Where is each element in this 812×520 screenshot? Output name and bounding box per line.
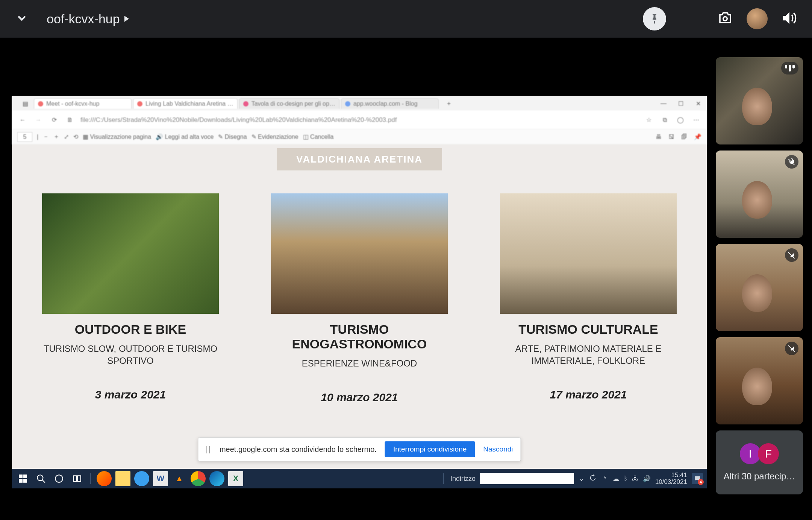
camera-swap-icon — [717, 10, 733, 26]
participant-strip: I F Altri 30 partecip… — [716, 57, 803, 494]
thunderbird-icon[interactable] — [134, 471, 149, 486]
browser-tab[interactable]: Living Lab Valdichiana Aretina … — [133, 98, 238, 109]
drag-handle-icon[interactable]: || — [206, 445, 211, 454]
close-button[interactable]: ✕ — [689, 96, 707, 111]
volume-icon — [781, 10, 797, 26]
participant-tile[interactable] — [716, 151, 803, 238]
vlc-icon[interactable]: ▲ — [172, 471, 187, 486]
menu-icon[interactable]: ⋯ — [691, 115, 701, 125]
file-explorer-icon[interactable] — [115, 471, 130, 486]
rotate-icon[interactable]: ⟲ — [73, 133, 78, 140]
stop-sharing-button[interactable]: Interrompi condivisione — [385, 441, 475, 457]
card-date: 17 marzo 2021 — [500, 388, 677, 401]
hide-banner-link[interactable]: Nascondi — [483, 445, 513, 453]
firefox-icon[interactable] — [97, 471, 112, 486]
participant-tile[interactable] — [716, 244, 803, 331]
time: 15:41 — [655, 472, 687, 479]
share-banner: || meet.google.com sta condividendo lo s… — [198, 437, 521, 461]
browser-tab[interactable]: app.wooclap.com - Blog — [341, 98, 439, 109]
card-image — [271, 193, 448, 314]
system-tray[interactable]: ☁ ᛒ 🖧 🔊 15:41 10/03/2021 4 — [613, 472, 703, 485]
address-go-icon[interactable] — [589, 474, 597, 484]
browser-tab[interactable]: Meet - oof-kcvx-hup — [34, 98, 132, 109]
browser-titlebar: ▤ Meet - oof-kcvx-hup Living Lab Valdich… — [12, 96, 707, 111]
favorites-icon[interactable]: ☆ — [644, 115, 654, 125]
presenter-avatar[interactable] — [747, 8, 768, 29]
pin-toolbar-icon[interactable]: 📌 — [694, 133, 701, 140]
expand-chevron[interactable] — [15, 11, 29, 26]
refresh-button[interactable]: ⟳ — [49, 115, 59, 125]
word-icon[interactable]: W — [153, 471, 168, 486]
excel-icon[interactable]: X — [228, 471, 243, 486]
pdf-page: VALDICHIANA ARETINA OUTDOOR E BIKE TURIS… — [12, 144, 707, 469]
profile-icon[interactable]: ◯ — [675, 115, 686, 125]
minimize-button[interactable]: ― — [655, 96, 672, 111]
zoom-out-icon[interactable]: － — [43, 133, 49, 141]
pdf-toolbar: 5 | － ＋ ⤢ ⟲ ▦ Visualizzazione pagina 🔊 L… — [12, 129, 707, 144]
svg-rect-1 — [19, 474, 23, 478]
svg-line-6 — [42, 480, 45, 483]
card-image — [500, 193, 677, 314]
url-field[interactable]: file:///C:/Users/Strada%20Vino%20Nobile/… — [80, 116, 638, 124]
zoom-in-icon[interactable]: ＋ — [53, 133, 59, 141]
address-bar: ← → ⟳ 🗎 file:///C:/Users/Strada%20Vino%2… — [12, 111, 707, 129]
print-icon[interactable]: 🖶 — [656, 134, 662, 140]
new-tab-button[interactable]: ＋ — [440, 96, 458, 111]
participant-tile[interactable] — [716, 57, 803, 144]
start-button[interactable] — [16, 471, 30, 486]
card-subtitle: ARTE, PATRIMONIO MATERIALE E IMMATERIALE… — [500, 343, 677, 367]
clock[interactable]: 15:41 10/03/2021 — [655, 472, 687, 485]
maximize-button[interactable]: ☐ — [672, 96, 689, 111]
back-button[interactable]: ← — [17, 115, 28, 125]
meeting-name[interactable]: oof-kcvx-hup — [47, 12, 129, 26]
mic-muted-icon — [785, 155, 798, 169]
address-dropdown-icon[interactable]: ⌄ — [579, 474, 584, 483]
svg-rect-9 — [77, 476, 81, 481]
tab-label: Living Lab Valdichiana Aretina … — [145, 100, 233, 107]
forward-button[interactable]: → — [33, 115, 44, 125]
edge-icon[interactable] — [209, 471, 224, 486]
read-aloud-button[interactable]: 🔊 Leggi ad alta voce — [156, 133, 214, 140]
share-text: meet.google.com sta condividendo lo sche… — [220, 445, 377, 454]
participant-tile[interactable] — [716, 337, 803, 424]
task-view-button[interactable] — [70, 471, 84, 486]
svg-rect-2 — [23, 474, 27, 478]
svg-rect-4 — [23, 479, 27, 483]
draw-button[interactable]: ✎ Disegna — [218, 133, 247, 140]
speaking-indicator-icon — [781, 62, 798, 75]
collections-icon[interactable]: ⧉ — [659, 115, 670, 125]
address-input[interactable] — [480, 473, 574, 484]
card-outdoor: OUTDOOR E BIKE TURISMO SLOW, OUTDOOR E T… — [42, 193, 219, 404]
tab-actions-icon[interactable]: ▤ — [17, 96, 34, 111]
highlight-button[interactable]: ✎ Evidenziazione — [251, 133, 298, 140]
volume-button[interactable] — [781, 10, 797, 27]
onedrive-icon[interactable]: ☁ — [613, 475, 619, 483]
browser-tab[interactable]: Tavola di co-design per gli op… — [239, 98, 339, 109]
camera-swap-button[interactable] — [717, 10, 733, 27]
action-center-icon[interactable]: 4 — [692, 473, 703, 484]
avatar-initial: F — [758, 443, 779, 464]
page-number-input[interactable]: 5 — [17, 132, 32, 142]
bluetooth-icon[interactable]: ᛒ — [624, 475, 627, 482]
card-title: OUTDOOR E BIKE — [42, 322, 219, 337]
chrome-icon[interactable] — [191, 471, 206, 486]
page-view-button[interactable]: ▦ Visualizzazione pagina — [83, 133, 151, 140]
search-button[interactable] — [34, 471, 48, 486]
svg-point-7 — [55, 475, 63, 482]
fit-icon[interactable]: ⤢ — [64, 133, 69, 140]
save-as-icon[interactable]: 🗐 — [681, 134, 687, 140]
others-tile[interactable]: I F Altri 30 partecip… — [716, 430, 803, 494]
shared-screen: ▤ Meet - oof-kcvx-hup Living Lab Valdich… — [12, 96, 707, 488]
tab-label: Meet - oof-kcvx-hup — [46, 100, 99, 107]
meeting-name-text: oof-kcvx-hup — [47, 12, 120, 26]
region-tag: VALDICHIANA ARETINA — [277, 148, 442, 170]
others-label: Altri 30 partecip… — [724, 471, 795, 482]
card-culturale: TURISMO CULTURALE ARTE, PATRIMONIO MATER… — [500, 193, 677, 404]
pin-button[interactable] — [643, 7, 666, 30]
save-icon[interactable]: 🖫 — [668, 134, 674, 140]
cortana-button[interactable] — [52, 471, 66, 486]
erase-button[interactable]: ◫ Cancella — [303, 133, 334, 140]
tray-chevron-icon[interactable]: ＾ — [601, 474, 608, 483]
volume-tray-icon[interactable]: 🔊 — [643, 475, 651, 483]
network-icon[interactable]: 🖧 — [632, 475, 638, 482]
